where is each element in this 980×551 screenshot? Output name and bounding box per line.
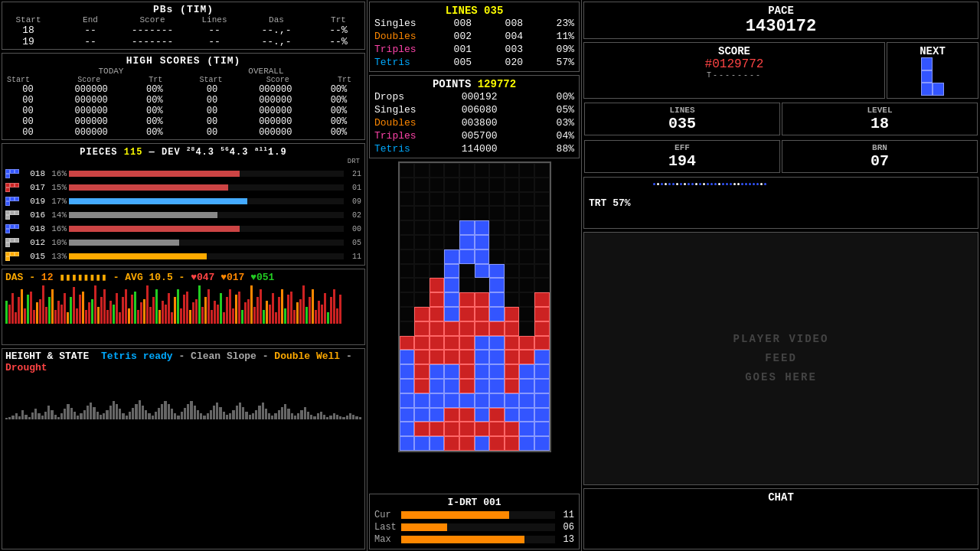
das-bar-item <box>247 299 250 324</box>
trt-dot <box>760 183 763 185</box>
lines-title: LINES 035 <box>374 5 574 17</box>
das-bar-item <box>186 292 188 324</box>
board-cell <box>505 364 520 379</box>
board-cell <box>489 249 505 264</box>
height-bar-item <box>210 410 212 419</box>
board-cell <box>489 292 505 307</box>
height-bar-item <box>200 413 202 419</box>
board-cell <box>400 178 415 192</box>
das-bar-item <box>119 312 121 324</box>
das-bar-item <box>137 310 139 324</box>
piece-row: 01816%21 <box>5 167 361 181</box>
idrt-bar-last <box>401 523 555 531</box>
board-cell <box>519 292 534 307</box>
next-piece-cell <box>921 70 933 83</box>
piece-icon <box>5 196 22 207</box>
board-cell <box>505 235 520 249</box>
piece-icon <box>5 251 22 262</box>
board-cell <box>430 408 445 422</box>
board-cell <box>505 292 520 307</box>
next-piece-cell <box>910 83 921 96</box>
height-bar-item <box>21 410 24 419</box>
board-cell <box>400 235 415 249</box>
board-cell <box>414 220 430 235</box>
board-cell <box>505 350 520 364</box>
height-bar-item <box>329 416 332 419</box>
board-cell <box>489 364 505 379</box>
piece-row: 01513%11 <box>5 249 361 263</box>
next-piece-cell <box>944 83 956 96</box>
das-bar-item <box>302 285 305 324</box>
das-bar-item <box>15 312 17 324</box>
video-panel: PLAYER VIDEO FEED GOES HERE <box>583 232 978 485</box>
next-panel: NEXT <box>887 42 978 99</box>
height-bar-item <box>187 404 189 419</box>
trt-dot <box>722 183 724 185</box>
board-cell <box>400 422 415 436</box>
board-cell <box>489 307 505 321</box>
board-cell <box>400 249 415 264</box>
board-cell <box>505 307 520 321</box>
board-cell <box>475 178 490 192</box>
board-cell <box>430 364 445 379</box>
das-bar-item <box>51 289 54 324</box>
board-cell <box>459 436 475 451</box>
board-cell <box>444 364 459 379</box>
board-cell <box>444 436 459 451</box>
eff-brn-row: EFF 194 BRN 07 <box>583 139 978 174</box>
trt-dot <box>684 183 686 185</box>
board-cell <box>505 220 520 235</box>
piece-bar <box>69 184 344 191</box>
trt-dot <box>657 183 659 185</box>
board-cell <box>489 206 505 220</box>
idrt-row-last: Last 06 <box>374 522 574 533</box>
board-cell <box>475 249 490 264</box>
height-bar-item <box>278 410 280 419</box>
das-bar-item <box>100 297 103 324</box>
das-bar-item <box>293 310 296 324</box>
board-cell <box>400 192 415 207</box>
board-cell <box>444 220 459 235</box>
board-cell <box>430 321 445 336</box>
das-bar-item <box>229 289 231 324</box>
height-bar-item <box>38 413 40 419</box>
board-cell <box>400 321 415 336</box>
board-cell <box>489 235 505 249</box>
height-bar-item <box>135 404 137 419</box>
board-cell <box>414 336 430 350</box>
board-cell <box>534 278 550 292</box>
height-bar-item <box>232 410 234 419</box>
pbs-row-1: 18 -- ------- -- --.,- --% <box>5 24 361 36</box>
piece-icon <box>5 237 22 248</box>
das-bar-item <box>312 289 314 324</box>
lines-panel: LINES 035 Singles 008 008 23% Doubles 00… <box>369 2 580 72</box>
height-bar-item <box>346 416 348 419</box>
height-bar-item <box>207 413 209 419</box>
tetris-board <box>398 161 551 452</box>
das-bar-item <box>122 297 124 324</box>
height-bar-item <box>216 403 218 419</box>
board-cell <box>414 292 430 307</box>
das-bar-item <box>91 299 93 324</box>
height-bar-item <box>83 410 86 419</box>
board-cell <box>489 321 505 336</box>
piece-bar <box>69 226 344 232</box>
brn-stat-box: BRN 07 <box>782 140 978 173</box>
das-bar-item <box>180 308 182 324</box>
das-bar-item <box>97 307 100 324</box>
das-bar-item <box>131 295 133 324</box>
board-cell <box>459 163 475 178</box>
board-cell <box>444 178 459 192</box>
mid-column: LINES 035 Singles 008 008 23% Doubles 00… <box>368 0 582 551</box>
board-cell <box>505 264 520 279</box>
board-cell <box>475 422 490 436</box>
board-cell <box>489 393 505 408</box>
height-bar-item <box>155 412 157 419</box>
next-piece-cell <box>910 70 921 83</box>
height-bar-item <box>265 409 267 419</box>
board-cell <box>534 379 550 393</box>
das-bar-item <box>30 292 32 324</box>
trt-dot <box>756 183 759 185</box>
height-bar-item <box>113 401 115 419</box>
board-cell <box>400 292 415 307</box>
